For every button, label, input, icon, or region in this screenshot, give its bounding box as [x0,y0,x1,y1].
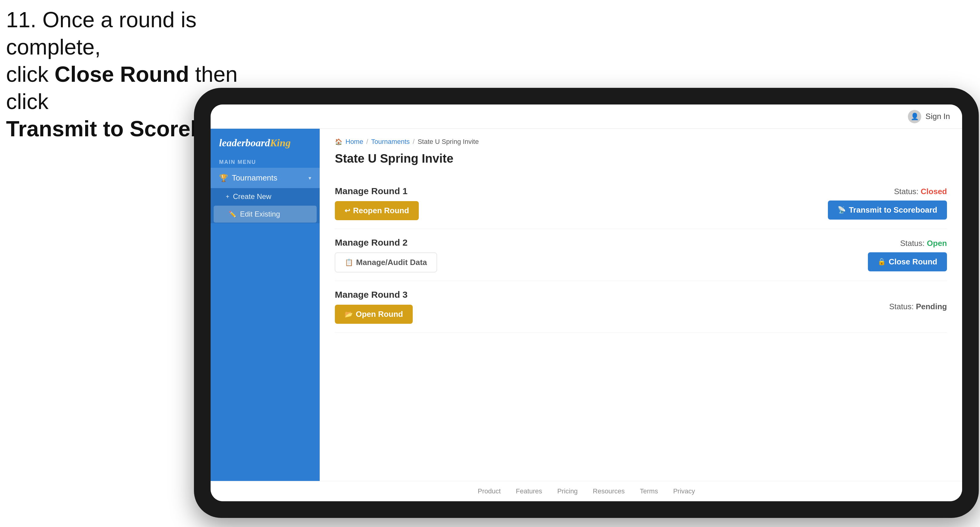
tablet-device: 👤 Sign In leaderboardKing MAIN MENU 🏆 To… [194,88,979,518]
breadcrumb-home[interactable]: Home [345,138,363,146]
footer-features[interactable]: Features [516,487,542,495]
breadcrumb-tournaments[interactable]: Tournaments [371,138,410,146]
main-menu-label: MAIN MENU [211,154,320,168]
round-3-status-value: Pending [916,302,947,311]
reopen-icon: ↩ [345,207,350,215]
open-round-button[interactable]: 📂 Open Round [335,305,413,324]
breadcrumb: 🏠 Home / Tournaments / State U Spring In… [335,138,947,146]
reopen-round-button[interactable]: ↩ Reopen Round [335,201,419,220]
footer-resources[interactable]: Resources [593,487,625,495]
chevron-down-icon: ▾ [309,175,311,181]
footer-privacy[interactable]: Privacy [673,487,695,495]
round-3-left: Manage Round 3 📂 Open Round [335,290,413,324]
sidebar: leaderboardKing MAIN MENU 🏆 Tournaments … [211,129,320,481]
logo-area: leaderboardKing [211,129,320,154]
manage-audit-button[interactable]: 📋 Manage/Audit Data [335,252,437,272]
breadcrumb-sep-2: / [413,138,415,146]
page-title: State U Spring Invite [335,152,947,165]
sidebar-tournaments-label: Tournaments [232,173,305,183]
instruction-line2-pre: click [6,62,54,86]
user-avatar-icon: 👤 [908,110,921,123]
open-round-label: Open Round [356,310,403,319]
round-1-right: Status: Closed 📡 Transmit to Scoreboard [828,187,947,220]
sidebar-item-edit-existing[interactable]: ✏️ Edit Existing [214,206,317,222]
round-2-left: Manage Round 2 📋 Manage/Audit Data [335,237,437,272]
round-1-status: Status: Closed [894,187,947,196]
round-3-section: Manage Round 3 📂 Open Round Status: Pend… [335,281,947,333]
round-1-title: Manage Round 1 [335,186,419,196]
edit-icon: ✏️ [229,211,236,218]
sign-in-label[interactable]: Sign In [926,112,950,121]
plus-icon: + [226,193,229,200]
trophy-icon: 🏆 [219,174,228,183]
sidebar-item-tournaments[interactable]: 🏆 Tournaments ▾ [211,168,320,188]
round-1-status-value: Closed [921,187,947,196]
sidebar-submenu: + Create New ✏️ Edit Existing [211,188,320,223]
sign-in-area[interactable]: 👤 Sign In [908,110,950,123]
logo-leader: leaderboard [219,137,270,148]
open-icon: 📂 [345,310,353,318]
home-icon: 🏠 [335,138,342,145]
round-2-section: Manage Round 2 📋 Manage/Audit Data Statu… [335,229,947,281]
transmit-scoreboard-button[interactable]: 📡 Transmit to Scoreboard [828,200,947,220]
app-footer: Product Features Pricing Resources Terms… [211,481,962,501]
close-round-label: Close Round [889,257,937,267]
logo: leaderboardKing [219,138,311,148]
round-2-title: Manage Round 2 [335,237,437,248]
sidebar-item-create-new[interactable]: + Create New [211,188,320,205]
round-3-title: Manage Round 3 [335,290,413,300]
round-1-left: Manage Round 1 ↩ Reopen Round [335,186,419,220]
breadcrumb-current: State U Spring Invite [418,138,479,146]
footer-pricing[interactable]: Pricing [557,487,578,495]
audit-icon: 📋 [345,259,353,267]
sidebar-edit-existing-label: Edit Existing [240,210,280,218]
transmit-icon: 📡 [838,206,846,214]
round-3-right: Status: Pending [889,302,947,311]
top-bar: 👤 Sign In [211,105,962,129]
footer-product[interactable]: Product [477,487,501,495]
round-3-status-text: Status: [889,302,914,311]
round-1-status-text: Status: [894,187,918,196]
logo-king: King [270,137,291,148]
tablet-screen: 👤 Sign In leaderboardKing MAIN MENU 🏆 To… [211,105,962,501]
round-2-status: Status: Open [900,239,947,248]
round-1-section: Manage Round 1 ↩ Reopen Round Status: Cl… [335,178,947,229]
transmit-scoreboard-label: Transmit to Scoreboard [849,205,937,215]
reopen-round-label: Reopen Round [353,206,409,215]
round-2-status-text: Status: [900,239,924,248]
round-2-status-value: Open [927,239,947,248]
close-round-button[interactable]: 🔒 Close Round [868,252,947,271]
manage-audit-label: Manage/Audit Data [356,258,427,267]
round-2-right: Status: Open 🔒 Close Round [868,239,947,271]
breadcrumb-sep-1: / [366,138,368,146]
instruction-line1: 11. Once a round is complete, [6,8,196,59]
sidebar-create-new-label: Create New [233,192,272,201]
round-3-status: Status: Pending [889,302,947,311]
close-icon: 🔒 [878,258,886,266]
main-content: 🏠 Home / Tournaments / State U Spring In… [320,129,962,481]
instruction-close-round: Close Round [54,62,189,86]
main-layout: leaderboardKing MAIN MENU 🏆 Tournaments … [211,129,962,481]
footer-terms[interactable]: Terms [640,487,658,495]
